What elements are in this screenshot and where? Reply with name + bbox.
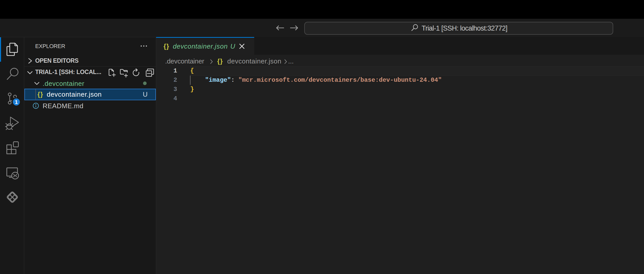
svg-text:1: 1 (15, 99, 18, 105)
